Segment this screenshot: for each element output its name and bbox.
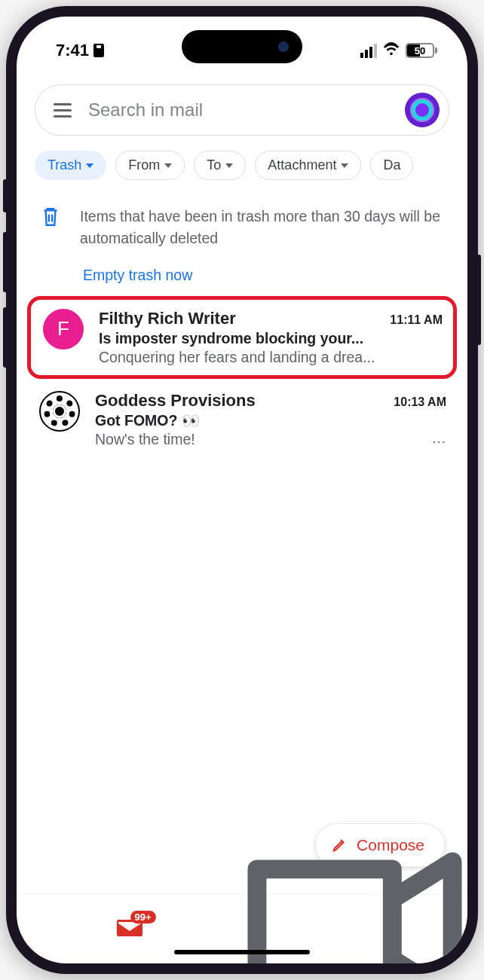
mail-icon: 99+ bbox=[117, 918, 142, 941]
chip-attachment[interactable]: Attachment bbox=[255, 151, 361, 180]
battery-icon: 50 bbox=[406, 43, 437, 58]
email-sender: Goddess Provisions bbox=[95, 391, 256, 411]
avatar[interactable] bbox=[405, 93, 440, 127]
email-row[interactable]: F Filthy Rich Writer 11:11 AM Is imposte… bbox=[27, 296, 457, 379]
search-bar[interactable]: Search in mail bbox=[35, 84, 449, 136]
phone-frame: 7:41 50 Search in mail bbox=[6, 6, 478, 974]
side-button bbox=[3, 307, 6, 368]
notice-text: Items that have been in trash more than … bbox=[80, 206, 446, 250]
unread-badge: 99+ bbox=[130, 911, 156, 924]
email-preview: Now's the time! bbox=[95, 431, 423, 448]
search-input[interactable]: Search in mail bbox=[88, 99, 388, 121]
email-row[interactable]: Goddess Provisions 10:13 AM Got FOMO? 👀 … bbox=[17, 380, 467, 459]
side-button bbox=[478, 255, 481, 345]
email-time: 10:13 AM bbox=[394, 395, 446, 409]
signal-icon bbox=[360, 44, 377, 58]
sender-avatar: F bbox=[43, 309, 84, 350]
trash-icon bbox=[41, 206, 60, 228]
sim-icon bbox=[93, 44, 104, 57]
sender-avatar bbox=[39, 391, 80, 432]
email-time: 11:11 AM bbox=[390, 313, 443, 327]
wifi-icon bbox=[383, 41, 400, 60]
meet-icon bbox=[242, 839, 467, 963]
email-subject: Is imposter syndrome blocking your... bbox=[99, 330, 443, 347]
email-subject: Got FOMO? 👀 bbox=[95, 412, 446, 429]
side-button bbox=[3, 179, 6, 212]
dynamic-island bbox=[182, 30, 302, 63]
trash-notice: Items that have been in trash more than … bbox=[17, 194, 467, 256]
chip-from[interactable]: From bbox=[115, 151, 185, 180]
chip-trash[interactable]: Trash bbox=[35, 151, 106, 180]
home-indicator[interactable] bbox=[174, 950, 310, 954]
chip-to[interactable]: To bbox=[194, 151, 246, 180]
email-sender: Filthy Rich Writer bbox=[99, 309, 236, 328]
more-icon[interactable]: ... bbox=[432, 430, 446, 447]
screen: 7:41 50 Search in mail bbox=[17, 17, 467, 963]
email-list: F Filthy Rich Writer 11:11 AM Is imposte… bbox=[17, 295, 467, 895]
email-preview: Conquering her fears and landing a drea.… bbox=[99, 349, 443, 366]
menu-icon[interactable] bbox=[54, 103, 72, 118]
filter-chips: Trash From To Attachment Da bbox=[17, 136, 467, 194]
side-button bbox=[3, 232, 6, 292]
empty-trash-link[interactable]: Empty trash now bbox=[17, 256, 467, 295]
status-time: 7:41 bbox=[56, 41, 89, 60]
chip-date[interactable]: Da bbox=[370, 151, 413, 180]
